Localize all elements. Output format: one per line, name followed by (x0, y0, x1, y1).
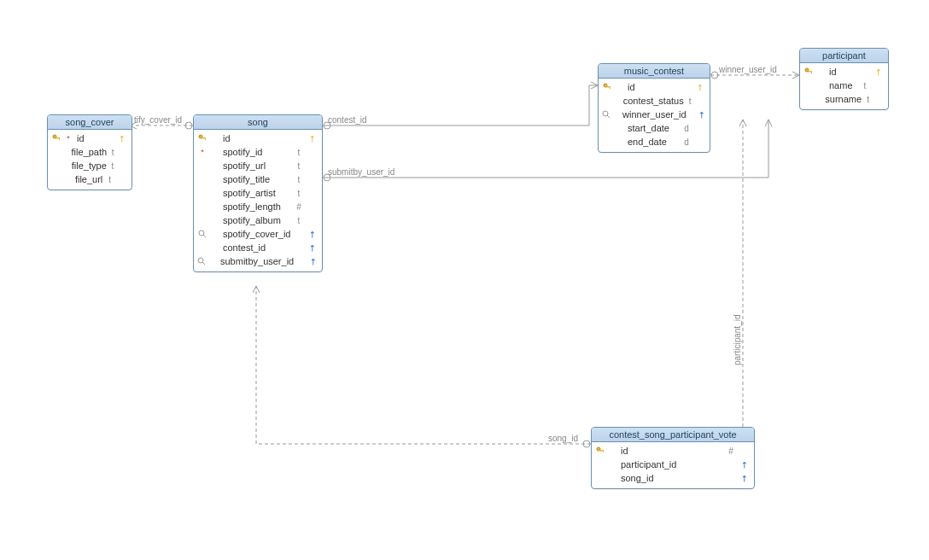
column-row: id ↗ (194, 131, 322, 145)
entity-columns: * id ↗ file_path t file_type t file_url … (48, 130, 131, 190)
entity-columns: id ↗ name t surname t (800, 63, 888, 109)
entity-title: contest_song_participant_vote (592, 428, 754, 442)
column-row: spotify_album t (194, 213, 322, 227)
entity-music-contest[interactable]: music_contest id ↗ contest_status t winn… (598, 63, 710, 153)
fk-icon: ↗ (116, 133, 126, 143)
pk-icon (197, 133, 207, 143)
column-row: contest_status t (599, 94, 710, 108)
svg-rect-18 (610, 86, 611, 89)
fk-icon: ↗ (307, 242, 317, 253)
fk-icon: ↗ (307, 133, 317, 143)
edge-label-spotify-cover-id: tify_cover_id (132, 115, 184, 125)
pk-icon (602, 82, 612, 92)
edge-label-winner-user-id: winner_user_id (717, 65, 779, 74)
column-row: participant_id ↗ (592, 458, 754, 471)
column-row: * spotify_id t (194, 145, 322, 159)
entity-columns: id # participant_id ↗ song_id ↗ (592, 442, 754, 488)
entity-columns: id ↗ * spotify_id t spotify_url t spotif… (194, 130, 322, 271)
column-row: end_date d (599, 135, 710, 149)
column-row: id ↗ (599, 80, 710, 94)
entity-title: music_contest (599, 64, 710, 79)
svg-line-20 (607, 115, 610, 118)
er-diagram-canvas: .line { stroke:#999; stroke-width:1; fil… (0, 0, 929, 560)
column-row: file_type t (48, 159, 131, 172)
column-row: file_path t (48, 145, 131, 159)
edge-label-submitby-user-id: submitby_user_id (326, 167, 396, 177)
fk-icon: ↗ (739, 473, 749, 483)
column-row: spotify_artist t (194, 186, 322, 200)
relationship-lines: .line { stroke:#999; stroke-width:1; fil… (0, 0, 929, 560)
entity-participant[interactable]: participant id ↗ name t surname t (799, 48, 889, 110)
fk-icon: ↗ (739, 459, 749, 470)
svg-line-13 (203, 235, 206, 237)
column-row: song_id ↗ (592, 471, 754, 485)
pk-icon (595, 446, 605, 456)
entity-vote[interactable]: contest_song_participant_vote id # parti… (591, 427, 755, 489)
entity-song-cover[interactable]: song_cover * id ↗ file_path t file_type … (47, 114, 132, 190)
column-row: spotify_length # (194, 200, 322, 213)
column-row: spotify_url t (194, 159, 322, 172)
column-row: spotify_cover_id ↗ (194, 227, 322, 241)
svg-point-0 (185, 122, 192, 129)
svg-rect-23 (811, 71, 812, 73)
edge-label-song-id: song_id (546, 434, 580, 443)
index-icon (197, 256, 207, 266)
fk-icon: ↗ (307, 256, 317, 266)
column-row: file_url t (48, 172, 131, 186)
entity-title: song (194, 115, 322, 130)
entity-title: song_cover (48, 115, 131, 130)
entity-song[interactable]: song id ↗ * spotify_id t spotify_url t s… (193, 114, 323, 272)
fk-icon: ↗ (307, 229, 317, 239)
svg-rect-26 (603, 450, 604, 452)
column-row: id # (592, 444, 754, 458)
column-row: surname t (800, 92, 888, 106)
svg-line-15 (202, 262, 205, 265)
notnull-icon: * (197, 147, 207, 157)
fk-icon: ↗ (698, 109, 704, 120)
svg-rect-11 (205, 137, 206, 140)
entity-title: participant (800, 49, 888, 63)
column-row: * id ↗ (48, 131, 131, 145)
index-icon (602, 109, 611, 120)
column-row: contest_id ↗ (194, 241, 322, 254)
column-row: name t (800, 79, 888, 92)
edge-label-contest-id: contest_id (326, 115, 369, 125)
fk-icon: ↗ (694, 82, 704, 92)
column-row: id ↗ (800, 65, 888, 79)
svg-point-5 (583, 440, 590, 447)
notnull-icon: * (63, 133, 73, 143)
index-icon (197, 229, 207, 239)
entity-columns: id ↗ contest_status t winner_user_id ↗ s… (599, 79, 710, 152)
svg-rect-8 (59, 137, 60, 140)
column-row: winner_user_id ↗ (599, 108, 710, 121)
fk-icon: ↗ (873, 67, 883, 77)
edge-label-participant-id: participant_id (733, 313, 742, 367)
column-row: start_date d (599, 121, 710, 135)
column-row: spotify_title t (194, 172, 322, 186)
pk-icon (803, 67, 814, 77)
pk-icon (51, 133, 61, 143)
column-row: submitby_user_id ↗ (194, 254, 322, 268)
